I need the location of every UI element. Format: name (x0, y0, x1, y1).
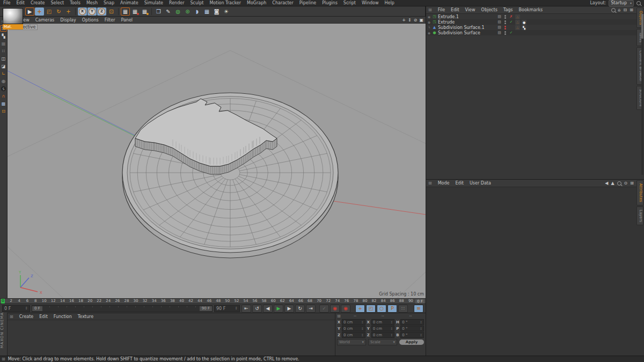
object-manager-scrollbar[interactable] (641, 14, 643, 175)
loop-playback-button[interactable]: ↻ (295, 305, 305, 313)
points-mode-button[interactable]: ∷ (0, 48, 7, 54)
object-name[interactable]: Extrude.1 (438, 14, 496, 19)
object-row[interactable]: └▲Subdivision Surface.1▨∴▚ (426, 25, 644, 30)
enable-state-icon[interactable]: ✗ (509, 14, 514, 19)
timeline-ruler[interactable]: 0246810121416182022242628303234363840424… (0, 298, 426, 304)
spline-pen-button[interactable]: ✎ (164, 8, 173, 16)
expand-icon[interactable]: ⊕ (427, 31, 431, 35)
timeline-tick[interactable]: 82 (372, 299, 377, 304)
spinner-icon[interactable]: ↕ (361, 333, 364, 337)
viewport-menu-cameras[interactable]: Cameras (35, 18, 55, 23)
play-sound-toggle[interactable]: ✓ (319, 305, 329, 313)
timeline-tick[interactable]: 72 (326, 299, 331, 304)
layout-select[interactable]: Startup ▾ (609, 0, 634, 6)
checker-tag-icon[interactable]: ▚ (522, 25, 526, 30)
timeline-tick[interactable]: 12 (51, 299, 56, 304)
record-keyframe-button[interactable]: ◉ (330, 305, 340, 313)
visibility-dot[interactable] (504, 23, 506, 24)
add-primitive-cube-button[interactable]: ❒ (154, 8, 163, 16)
key-parameter-toggle[interactable]: P (387, 305, 397, 313)
zoom-view-control[interactable]: ↕ (408, 18, 412, 23)
move-tool[interactable]: + (35, 8, 44, 16)
position-value-field[interactable]: 0 cm↕ (342, 332, 365, 338)
spinner-icon[interactable]: ↕ (420, 327, 422, 330)
spinner-icon[interactable]: ↕ (25, 306, 28, 311)
rotate-tool[interactable]: ↻ (54, 8, 63, 16)
search-icon[interactable] (611, 8, 616, 12)
range-end-handle[interactable]: 90 F (200, 306, 212, 311)
menu-window[interactable]: Window (362, 1, 379, 5)
menu-create[interactable]: Create (31, 1, 45, 5)
edit-column-icon[interactable]: ▨ (497, 20, 502, 24)
polygons-mode-button[interactable]: ◪ (0, 63, 7, 69)
timeline-tick[interactable]: 30 (134, 299, 138, 304)
quantize-magnet-button[interactable]: ∩ (0, 93, 7, 99)
edit-column-icon[interactable]: ▨ (497, 31, 502, 35)
visibility-dots[interactable] (503, 15, 508, 19)
timeline-tick[interactable]: 74 (335, 299, 340, 304)
menu-mesh[interactable]: Mesh (86, 1, 98, 5)
timeline-tick[interactable]: 50 (225, 299, 230, 304)
lock-x-axis-button[interactable]: X (78, 8, 87, 16)
spinner-icon[interactable]: ↕ (390, 327, 393, 330)
menu-pipeline[interactable]: Pipeline (299, 1, 316, 5)
disc-object[interactable] (122, 93, 338, 258)
size-value-field[interactable]: 0 cm↕ (371, 326, 395, 331)
attr-menu-edit[interactable]: Edit (456, 181, 464, 186)
om-menu-view[interactable]: View (465, 8, 475, 12)
subdivision-surface-generator-button[interactable]: ◍ (173, 8, 182, 16)
render-to-picture-viewer-button[interactable]: ▦ (130, 8, 140, 16)
range-start-handle[interactable]: 0 F (32, 306, 42, 311)
phong-tag-icon[interactable]: ∴ (515, 25, 520, 30)
object-name[interactable]: Subdivision Surface.1 (438, 25, 496, 30)
viewport-panel[interactable]: ⊞ ViewCamerasDisplayOptionsFilterPanel+↕… (8, 17, 426, 298)
object-name[interactable]: Subdivision Surface (438, 31, 496, 35)
timeline-tick[interactable]: 32 (143, 299, 148, 304)
phong-tag-icon[interactable]: ∴ (515, 20, 520, 25)
texture-tag-icon[interactable]: ● (522, 20, 526, 25)
autokey-button[interactable]: ◉ (341, 305, 350, 313)
timeline-tick[interactable]: 64 (289, 299, 294, 304)
enable-axis-button[interactable]: ∟ (0, 70, 7, 77)
goto-end-button[interactable]: ⇥ (306, 305, 316, 313)
render-view-button[interactable]: ▦ (121, 8, 130, 16)
expand-icon[interactable]: ⊕ (427, 20, 431, 24)
timeline-tick[interactable]: 4 (17, 299, 21, 304)
timeline-tick[interactable]: 56 (253, 299, 258, 304)
timeline-tick[interactable]: 90 (408, 299, 413, 304)
deformers-button[interactable]: ◗ (193, 8, 202, 16)
light-button[interactable]: ☀ (222, 8, 231, 16)
timeline-tick[interactable]: 26 (115, 299, 120, 304)
attr-menu-user-data[interactable]: User Data (470, 181, 491, 186)
keyframe-selection-button[interactable]: ≡ (414, 305, 423, 313)
tab-attributes[interactable]: Attributes (636, 180, 643, 205)
live-selection-tool[interactable]: ▶ (25, 8, 34, 16)
visibility-dot[interactable] (504, 20, 506, 22)
floor-environment-button[interactable]: ▦ (202, 8, 211, 16)
position-value-field[interactable]: 0 cm↕ (342, 319, 365, 325)
timeline-tick[interactable]: 38 (170, 299, 175, 304)
up-arrow-icon[interactable]: ▲ (611, 181, 614, 186)
back-arrow-icon[interactable]: ◀ (605, 181, 608, 186)
object-row[interactable]: ⊕◳Extrude▨✓∴● (426, 19, 644, 25)
menu-snap[interactable]: Snap (104, 1, 114, 5)
timeline-playhead[interactable]: 0 (1, 299, 5, 304)
timeline-tick[interactable]: 60 (271, 299, 276, 304)
material-menu-function[interactable]: Function (54, 314, 72, 319)
menu-animate[interactable]: Animate (120, 1, 138, 5)
menu-file[interactable]: File (3, 1, 10, 5)
size-value-field[interactable]: 0 cm↕ (371, 319, 395, 325)
timeline-tick[interactable]: 28 (124, 299, 129, 304)
lock-icon[interactable]: ⊙ (624, 181, 628, 186)
menu-sculpt[interactable]: Sculpt (190, 1, 203, 5)
panel-grip-icon[interactable]: ⊞ (428, 181, 432, 186)
add-panel-icon[interactable]: ⊞ (630, 181, 634, 186)
rotation-value-field[interactable]: 0 °↕ (400, 326, 424, 331)
key-scale-toggle[interactable]: ◰ (366, 305, 376, 313)
material-thumbnail[interactable] (3, 8, 23, 24)
expand-icon[interactable]: ⊕ (427, 15, 431, 19)
timeline-tick[interactable]: 62 (280, 299, 285, 304)
collapse-icon[interactable]: ⊟ (624, 8, 627, 12)
material-menu-edit[interactable]: Edit (39, 314, 48, 319)
timeline-tick[interactable]: 22 (97, 299, 101, 304)
